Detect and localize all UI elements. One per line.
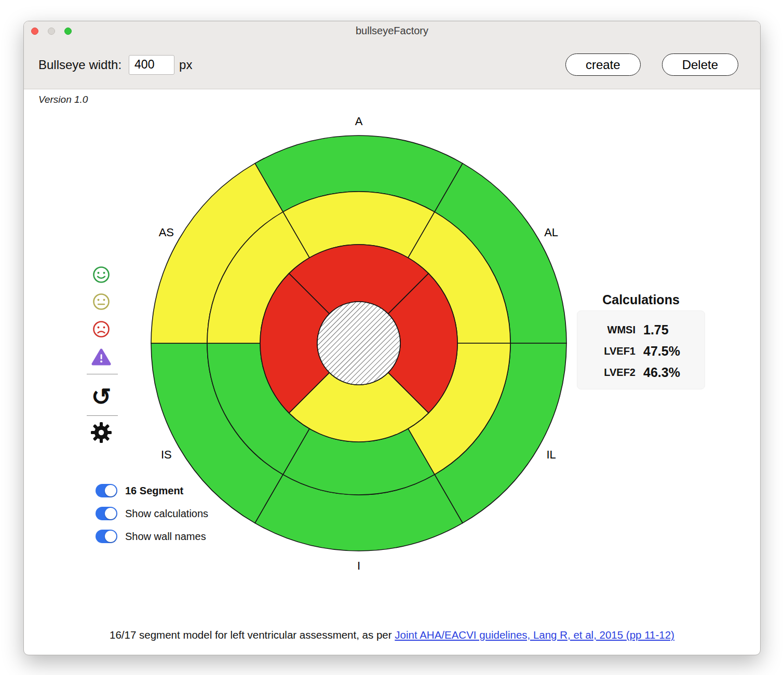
lvef2-value: 46.3% <box>643 365 705 380</box>
footer-note: 16/17 segment model for left ventricular… <box>24 629 760 641</box>
zoom-button[interactable] <box>64 28 72 35</box>
score-akinetic-button[interactable] <box>92 320 111 339</box>
wmsi-value: 1.75 <box>643 322 705 338</box>
toggle-show-wall-names[interactable] <box>96 530 117 543</box>
calculations-panel: WMSI 1.75 LVEF1 47.5% LVEF2 46.3% <box>577 310 705 389</box>
calc-row-lvef2: LVEF2 46.3% <box>577 362 705 383</box>
lvef1-label: LVEF1 <box>577 345 636 357</box>
divider <box>87 415 118 416</box>
settings-button[interactable] <box>90 421 113 444</box>
toggle-knob <box>105 508 116 519</box>
gear-icon <box>90 421 113 444</box>
toggle-knob <box>105 531 116 542</box>
wall-label-IS: IS <box>161 448 172 461</box>
close-button[interactable] <box>31 28 38 35</box>
divider <box>87 374 118 374</box>
score-hypokinetic-button[interactable] <box>92 292 111 311</box>
create-button[interactable]: create <box>565 53 641 76</box>
wall-label-A: A <box>355 115 363 128</box>
toolbar: Bullseye width: px create Delete <box>24 40 760 89</box>
smiley-face-icon <box>92 265 111 284</box>
warning-triangle-icon <box>91 347 112 367</box>
toggle-row-show-calculations: Show calculations <box>96 506 208 521</box>
bullseye-width-input[interactable] <box>129 55 174 75</box>
sad-face-icon <box>92 320 111 339</box>
toggle-row-16-segment: 16 Segment <box>96 483 208 498</box>
minimize-button[interactable] <box>48 28 55 35</box>
bullseye-width-unit: px <box>179 58 192 72</box>
calc-row-wmsi: WMSI 1.75 <box>577 319 705 341</box>
footer-text: 16/17 segment model for left ventricular… <box>110 629 395 641</box>
toggle-group: 16 Segment Show calculations Show wall n… <box>96 483 208 552</box>
score-warning-button[interactable] <box>91 347 112 367</box>
bullseye-segments: AALILIISAS <box>151 115 566 572</box>
wall-label-I: I <box>357 559 360 572</box>
delete-button[interactable]: Delete <box>662 53 738 76</box>
toggle-show-calculations-label: Show calculations <box>125 508 208 520</box>
bullseye-width-label: Bullseye width: <box>38 58 121 72</box>
wall-label-AS: AS <box>159 226 174 239</box>
segment-apex <box>317 302 400 385</box>
traffic-lights <box>31 21 72 40</box>
calculations-title: Calculations <box>577 292 705 307</box>
wall-label-IL: IL <box>546 448 556 461</box>
lvef1-value: 47.5% <box>643 344 705 359</box>
undo-icon: ↺ <box>91 385 112 409</box>
wmsi-label: WMSI <box>577 324 636 336</box>
lvef2-label: LVEF2 <box>577 367 636 379</box>
toggle-16-segment-label: 16 Segment <box>125 485 183 497</box>
toggle-knob <box>105 485 116 496</box>
calc-row-lvef1: LVEF1 47.5% <box>577 341 705 362</box>
score-normal-button[interactable] <box>92 265 111 284</box>
toggle-16-segment[interactable] <box>96 484 117 497</box>
undo-button[interactable]: ↺ <box>89 384 114 410</box>
wall-label-AL: AL <box>544 226 558 239</box>
neutral-face-icon <box>92 292 111 311</box>
title-bar: bullseyeFactory <box>24 21 760 40</box>
guidelines-link[interactable]: Joint AHA/EACVI guidelines, Lang R, et a… <box>395 629 674 641</box>
toggle-show-wall-names-label: Show wall names <box>125 531 206 543</box>
toggle-show-calculations[interactable] <box>96 507 117 520</box>
app-window: bullseyeFactory Bullseye width: px creat… <box>23 21 761 655</box>
window-title: bullseyeFactory <box>356 25 428 37</box>
toggle-row-show-wall-names: Show wall names <box>96 529 208 544</box>
